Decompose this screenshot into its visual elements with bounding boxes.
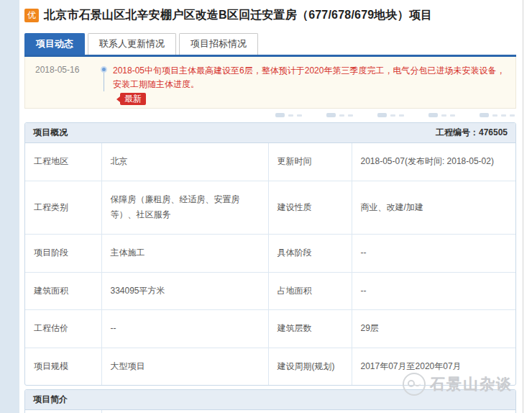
timeline-dot-icon [101,66,107,73]
title-row: 优 北京市石景山区北辛安棚户区改造B区回迁安置房（677/678/679地块）项… [24,8,516,23]
row-value: -- [352,272,515,310]
table-row: 工程地区 北京 更新时间 2018-05-07(发布时间: 2018-05-02… [25,143,515,181]
row-label: 项目组成 [25,410,101,413]
clipped-action-5 [480,113,515,117]
tab-project-bidding[interactable]: 项目招标情况 [179,33,258,55]
row-value: 29层 [352,310,515,348]
row-label: 建筑层数 [268,310,352,348]
tab-bar: 项目动态 联系人更新情况 项目招标情况 [24,33,516,55]
row-value: -- [101,310,268,348]
row-label: 工程地区 [25,143,101,181]
row-label: 占地面积 [268,272,352,310]
news-date: 2018-05-16 [35,64,94,75]
page-left-margin-strip [0,0,19,413]
row-value: 2017年07月至2020年07月 [352,348,515,385]
row-label: 项目阶段 [25,234,101,272]
row-value: 北京 [101,143,268,181]
row-label: 工程估价 [25,310,101,348]
timeline-line [104,73,104,91]
row-label: 建筑面积 [25,272,101,310]
project-number: 工程编号：476505 [436,127,508,139]
tab-contact-updates[interactable]: 联系人更新情况 [88,33,176,55]
clipped-action-4 [428,113,455,117]
row-value: 2018-05-07(发布时间: 2018-05-02) [352,143,515,181]
table-row: 项目阶段 主体施工 具体阶段 -- [25,234,515,272]
row-label: 具体阶段 [268,234,352,272]
intro-panel-header: 项目简介 [25,390,515,410]
timeline-marker [94,64,113,91]
row-value: 主体施工 [101,234,268,272]
project-intro-panel: 项目简介 项目组成 项目为总建筑面积为334,095平方米的住宅发展，包含： ◆… [24,389,516,413]
tab-project-updates[interactable]: 项目动态 [24,33,85,55]
overview-table: 工程地区 北京 更新时间 2018-05-07(发布时间: 2018-05-02… [25,143,515,385]
latest-badge: 最新 [120,93,146,105]
row-value: 保障房（廉租房、经适房、安置房等）、社区服务 [101,181,268,234]
intro-panel-title: 项目简介 [33,394,68,406]
page-right-border [523,0,523,413]
row-label: 更新时间 [268,143,352,181]
table-row: 项目组成 项目为总建筑面积为334,095平方米的住宅发展，包含： ◆三十七幢最… [25,410,515,413]
project-updates-panel: 2018-05-16 2018-05中旬项目主体最高建设至6层，整体预计于202… [24,57,516,109]
composition-cell: 项目为总建筑面积为334,095平方米的住宅发展，包含： ◆三十七幢最高28层高… [101,410,515,413]
table-row: 工程类别 保障房（廉租房、经适房、安置房等）、社区服务 建设性质 商业、改建/加… [25,181,515,234]
row-value: 商业、改建/加建 [352,181,515,234]
table-row: 项目规模 大型项目 建设周期(规划) 2017年07月至2020年07月 [25,348,515,385]
intro-table: 项目组成 项目为总建筑面积为334,095平方米的住宅发展，包含： ◆三十七幢最… [25,410,515,413]
overview-panel-title: 项目概况 [33,127,68,139]
table-row: 建筑面积 334095平方米 占地面积 -- [25,272,515,310]
table-row: 工程估价 -- 建筑层数 29层 [25,310,515,348]
row-label: 建设性质 [268,181,352,234]
news-text: 2018-05中旬项目主体最高建设至6层，整体预计于2020年第三季度完工，电气… [113,64,508,91]
clipped-action-3 [377,113,404,117]
row-label: 工程类别 [25,181,101,234]
main-content: 优 北京市石景山区北辛安棚户区改造B区回迁安置房（677/678/679地块）项… [24,0,516,413]
page-title: 北京市石景山区北辛安棚户区改造B区回迁安置房（677/678/679地块）项目 [44,8,432,23]
row-label: 项目规模 [25,348,101,385]
project-overview-panel: 项目概况 工程编号：476505 工程地区 北京 更新时间 2018-05-07… [24,122,516,386]
clipped-toolbar[interactable] [24,109,516,119]
clipped-action-1 [275,113,302,117]
row-label: 建设周期(规划) [268,348,352,385]
row-value: -- [352,234,515,272]
news-body: 2018-05中旬项目主体最高建设至6层，整体预计于2020年第三季度完工，电气… [113,64,508,105]
row-value: 334095平方米 [101,272,268,310]
grade-badge: 优 [24,9,39,22]
clipped-action-2 [326,113,353,117]
overview-panel-header: 项目概况 工程编号：476505 [25,123,515,143]
row-value: 大型项目 [101,348,268,385]
news-item: 2018-05-16 2018-05中旬项目主体最高建设至6层，整体预计于202… [35,64,508,105]
